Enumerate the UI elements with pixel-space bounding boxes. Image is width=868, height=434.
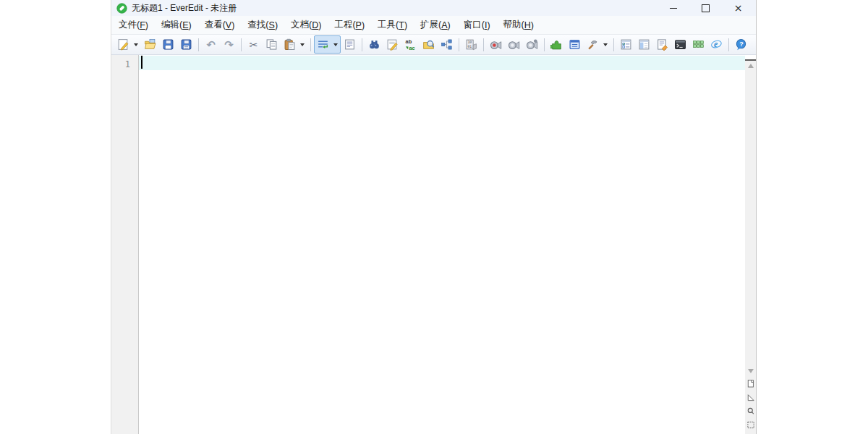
save-icon (162, 38, 174, 51)
window-title: 无标题1 - EverEdit - 未注册 (132, 2, 237, 14)
menu-extensions[interactable]: 扩展(A) (414, 16, 457, 34)
menu-edit[interactable]: 编辑(E) (155, 16, 198, 34)
compare-group (438, 35, 456, 54)
find-button[interactable] (366, 36, 383, 53)
save-group (159, 35, 177, 54)
scroll-up-button[interactable] (745, 61, 756, 71)
cut-group: ✂ (244, 35, 263, 54)
menu-tools[interactable]: 工具(T) (371, 16, 414, 34)
doc-edit-button[interactable] (654, 36, 671, 53)
magnifier-button[interactable] (746, 407, 756, 417)
arrow-down-icon (748, 369, 754, 373)
split-view-handle[interactable] (745, 55, 756, 61)
char-table-button[interactable] (690, 36, 707, 53)
hex-view-button[interactable]: 1001 (463, 36, 480, 53)
magnifier-icon (746, 407, 755, 418)
settings-list-button[interactable] (618, 36, 634, 53)
menu-view[interactable]: 查看(V) (198, 16, 242, 34)
paste-button[interactable] (281, 36, 298, 53)
chevron-down-icon (603, 43, 608, 46)
replace-button[interactable]: abac (402, 36, 419, 53)
doc-edit-group (653, 35, 671, 54)
help-button[interactable]: ? (733, 36, 749, 53)
column-select-button[interactable] (746, 421, 756, 431)
show-format-group (341, 35, 359, 54)
compare-button[interactable] (438, 36, 455, 53)
minimize-button[interactable] (657, 0, 689, 16)
show-format-button[interactable] (341, 36, 358, 53)
browser-preview-button[interactable]: e (708, 36, 725, 53)
new-file-button[interactable] (115, 36, 132, 53)
chevron-down-icon (300, 43, 305, 46)
line-number-gutter: 1 (111, 55, 139, 434)
quick-replace-icon (386, 38, 399, 51)
play-macro-group (505, 35, 523, 54)
tools-icon (587, 38, 599, 51)
menu-search[interactable]: 查找(S) (241, 16, 284, 34)
script-window-icon (569, 38, 581, 51)
chevron-down-icon (333, 43, 338, 46)
menu-help[interactable]: 帮助(H) (497, 16, 540, 34)
play-macro-button[interactable] (506, 36, 522, 53)
everedit-logo-icon (116, 3, 127, 14)
tools-group (584, 35, 610, 54)
undo-button[interactable]: ↶ (203, 36, 219, 53)
open-folder-button[interactable] (142, 36, 158, 53)
tools-button[interactable] (584, 36, 601, 53)
save-all-icon (180, 38, 192, 51)
browser-preview-icon: e (710, 38, 723, 51)
script-window-button[interactable] (566, 36, 583, 53)
undo-icon: ↶ (206, 38, 216, 51)
close-icon: × (734, 3, 743, 13)
scroll-down-button[interactable] (745, 366, 756, 376)
menu-project[interactable]: 工程(P) (328, 16, 371, 34)
svg-text:e: e (714, 40, 718, 49)
undo-group: ↶ (202, 35, 220, 54)
record-macro-icon (490, 38, 502, 51)
menu-document[interactable]: 文档(D) (284, 16, 328, 34)
terminal-button[interactable] (672, 36, 689, 53)
play-macro-icon (508, 38, 520, 51)
new-file-icon (117, 38, 129, 51)
active-line-highlight (139, 56, 745, 70)
help-group: ? (732, 35, 750, 54)
redo-button[interactable]: ↷ (221, 36, 237, 53)
find-group (365, 35, 383, 54)
quick-replace-button[interactable] (384, 36, 401, 53)
find-in-files-button[interactable] (420, 36, 437, 53)
toolbar-separator (483, 38, 484, 51)
maximize-button[interactable] (689, 0, 722, 16)
replace-icon: abac (404, 38, 417, 51)
char-table-group (689, 35, 707, 54)
ruler-button[interactable] (746, 393, 756, 404)
tools-dropdown[interactable] (601, 36, 610, 53)
copy-group (263, 35, 281, 54)
close-button[interactable]: × (722, 0, 754, 16)
sidebar-toggle-icon (638, 38, 650, 51)
copy-button[interactable] (263, 36, 280, 53)
copy-icon (265, 38, 278, 51)
record-macro-button[interactable] (488, 36, 504, 53)
save-all-button[interactable] (178, 36, 195, 53)
toolbar-separator (459, 38, 459, 51)
plugin-icon (550, 38, 563, 51)
paste-dropdown[interactable] (298, 36, 307, 53)
plugin-button[interactable] (548, 36, 565, 53)
menu-file[interactable]: 文件(F) (112, 16, 155, 34)
new-file-group (114, 35, 141, 54)
paste-group (281, 35, 307, 54)
text-editor-area[interactable] (139, 55, 745, 434)
word-wrap-dropdown[interactable] (331, 36, 340, 53)
save-button[interactable] (160, 36, 176, 53)
cut-button[interactable]: ✂ (245, 36, 262, 53)
cut-icon: ✂ (250, 39, 258, 51)
document-map-button[interactable] (746, 380, 756, 390)
find-icon (368, 38, 380, 51)
word-wrap-button[interactable] (315, 36, 331, 53)
ruler-icon (746, 393, 755, 404)
new-file-dropdown[interactable] (132, 36, 140, 53)
sidebar-toggle-button[interactable] (636, 36, 652, 53)
plugin-group (548, 35, 566, 54)
run-macro-multi-button[interactable] (524, 36, 540, 53)
menu-window[interactable]: 窗口(I) (457, 16, 497, 34)
